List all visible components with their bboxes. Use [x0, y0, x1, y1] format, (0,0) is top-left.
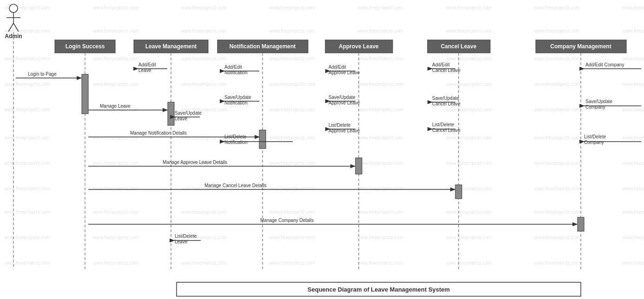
label-listdelete-leave2: Leave — [175, 239, 188, 244]
label-addedit-company: Add/Edit Company — [585, 62, 624, 67]
svg-text:www.freeprojectz.com: www.freeprojectz.com — [534, 5, 580, 10]
svg-text:www.freeprojectz.com: www.freeprojectz.com — [269, 107, 315, 112]
label-saveupdate-company: Save/Update — [585, 99, 612, 104]
label-listdelete-approve: List/Delete — [329, 123, 351, 128]
label-saveupdate-notification: Save/Update — [224, 95, 251, 100]
svg-text:www.freeprojectz.com: www.freeprojectz.com — [4, 107, 50, 112]
label-addedit-cancel2: Cancel Leave — [432, 68, 461, 73]
svg-text:www.freeprojectz.com: www.freeprojectz.com — [181, 5, 227, 10]
svg-text:www.freeproj: www.freeproj — [622, 186, 644, 191]
svg-text:www.freeprojectz.com: www.freeprojectz.com — [4, 260, 50, 266]
activation-cancel — [455, 185, 462, 199]
activation-notification — [259, 130, 266, 149]
svg-text:www.freeprojectz.com: www.freeprojectz.com — [269, 82, 315, 87]
svg-text:www.freeprojectz.com: www.freeprojectz.com — [446, 135, 492, 140]
activation-approve — [355, 158, 362, 174]
lifeline-label-leave: Leave Management — [145, 43, 197, 50]
svg-text:www.freeprojectz.com: www.freeprojectz.com — [92, 235, 138, 240]
svg-text:www.freeprojectz.com: www.freeprojectz.com — [92, 5, 138, 10]
svg-text:www.freeprojectz.com: www.freeprojectz.com — [92, 56, 138, 61]
label-listdelete-approve2: Approve Leave — [329, 128, 360, 133]
svg-text:www.freeprojectz.com: www.freeprojectz.com — [269, 260, 315, 266]
svg-text:www.freeprojectz.com: www.freeprojectz.com — [181, 209, 227, 214]
activation-leave — [168, 102, 174, 125]
svg-text:www.freeprojectz.com: www.freeprojectz.com — [357, 28, 403, 33]
label-listdelete-cancel: List/Delete — [432, 122, 454, 127]
label-saveupdate-notification2: Notification — [224, 100, 247, 105]
svg-text:www.freeprojectz.com: www.freeprojectz.com — [446, 82, 492, 87]
label-addedit-notification2: Notification — [224, 70, 247, 75]
svg-text:www.freeproj: www.freeproj — [622, 161, 644, 166]
svg-text:www.freeprojectz.com: www.freeprojectz.com — [446, 5, 492, 10]
svg-text:www.freeproj: www.freeproj — [622, 260, 644, 266]
label-manage-notification: Manage Notification Details — [130, 130, 187, 136]
label-listdelete-company2: Company — [584, 140, 604, 145]
label-addedit-notification: Add/Edit — [224, 65, 242, 70]
svg-text:www.freeprojectz.com: www.freeprojectz.com — [4, 209, 50, 214]
lifeline-label-notification: Notification Management — [230, 43, 296, 50]
diagram-svg: www.freeprojectz.com www.freeprojectz.co… — [0, 0, 644, 299]
actor-head — [9, 4, 18, 13]
svg-text:www.freeprojectz.com: www.freeprojectz.com — [269, 186, 315, 191]
svg-text:www.freeprojectz.com: www.freeprojectz.com — [269, 5, 315, 10]
svg-text:www.freeprojectz.com: www.freeprojectz.com — [269, 56, 315, 61]
svg-text:www.freeprojectz.com: www.freeprojectz.com — [534, 82, 580, 87]
svg-text:www.freeprojectz.com: www.freeprojectz.com — [4, 161, 50, 166]
svg-text:www.freeprojectz.com: www.freeprojectz.com — [446, 209, 492, 214]
svg-text:www.freeprojectz.com: www.freeprojectz.com — [357, 161, 403, 166]
svg-text:www.freeprojectz.com: www.freeprojectz.com — [181, 28, 227, 33]
svg-text:www.freeprojectz.com: www.freeprojectz.com — [534, 260, 580, 266]
svg-text:www.freeprojectz.com: www.freeprojectz.com — [534, 135, 580, 140]
label-saveupdate-cancel: Save/Update — [432, 96, 459, 101]
svg-text:www.freeproj: www.freeproj — [622, 28, 644, 33]
activation-company — [578, 217, 584, 231]
svg-text:www.freeprojectz.com: www.freeprojectz.com — [92, 28, 138, 33]
svg-text:www.freeprojectz.com: www.freeprojectz.com — [534, 235, 580, 240]
svg-text:www.freeprojectz.com: www.freeprojectz.com — [92, 161, 138, 166]
svg-text:www.freeprojectz.com: www.freeprojectz.com — [534, 161, 580, 166]
svg-text:www.freeprojectz.com: www.freeprojectz.com — [534, 107, 580, 112]
label-listdelete-leave: List/Delete — [175, 234, 197, 239]
svg-text:www.freeproj: www.freeproj — [622, 5, 644, 10]
label-manage-company: Manage Company Details — [260, 218, 314, 223]
svg-text:www.freeprojectz.com: www.freeprojectz.com — [446, 107, 492, 112]
svg-text:www.freeprojectz.com: www.freeprojectz.com — [269, 235, 315, 240]
svg-text:www.freeprojectz.com: www.freeprojectz.com — [269, 209, 315, 214]
label-saveupdate-leave: Save/Update — [175, 110, 202, 116]
svg-text:www.freeprojectz.com: www.freeprojectz.com — [357, 186, 403, 191]
svg-text:www.freeprojectz.com: www.freeprojectz.com — [357, 235, 403, 240]
label-addedit-approve2: Approve Leave — [329, 70, 360, 75]
svg-text:www.freeprojectz.com: www.freeprojectz.com — [181, 56, 227, 61]
svg-text:www.freeprojectz.com: www.freeprojectz.com — [92, 186, 138, 191]
svg-text:www.freeprojectz.com: www.freeprojectz.com — [181, 135, 227, 140]
label-listdelete-notification: List/Delete — [224, 134, 247, 139]
svg-text:www.freeproj: www.freeproj — [622, 56, 644, 61]
lifeline-label-login: Login Success — [66, 43, 105, 50]
svg-text:www.freeprojectz.com: www.freeprojectz.com — [534, 209, 580, 214]
label-manage-approve: Manage Approve Leave Details — [163, 160, 227, 165]
svg-text:www.freeproj: www.freeproj — [622, 107, 644, 112]
svg-text:www.freeprojectz.com: www.freeprojectz.com — [4, 186, 50, 191]
svg-text:www.freeprojectz.com: www.freeprojectz.com — [92, 209, 138, 214]
label-addedit-leave2: Leave — [138, 68, 151, 73]
label-listdelete-cancel2: Cancel Leave — [432, 128, 461, 133]
svg-text:www.freeproj: www.freeproj — [622, 135, 644, 140]
label-manage-leave: Manage Leave — [100, 104, 131, 109]
svg-text:www.freeprojectz.com: www.freeprojectz.com — [357, 5, 403, 10]
activation-login — [82, 74, 88, 114]
svg-text:www.freeprojectz.com: www.freeprojectz.com — [269, 135, 315, 140]
svg-text:www.freeproj: www.freeproj — [622, 209, 644, 214]
svg-text:www.freeprojectz.com: www.freeprojectz.com — [357, 135, 403, 140]
svg-text:www.freeprojectz.com: www.freeprojectz.com — [4, 56, 50, 61]
svg-text:www.freeprojectz.com: www.freeprojectz.com — [92, 82, 138, 87]
label-saveupdate-company2: Company — [585, 104, 605, 110]
svg-text:www.freeprojectz.com: www.freeprojectz.com — [446, 260, 492, 266]
label-listdelete-notification2: Notification — [224, 140, 247, 145]
lifeline-label-approve: Approve Leave — [339, 43, 379, 50]
svg-text:www.freeprojectz.com: www.freeprojectz.com — [357, 82, 403, 87]
svg-text:www.freeprojectz.com: www.freeprojectz.com — [269, 28, 315, 33]
svg-text:www.freeproj: www.freeproj — [622, 235, 644, 240]
svg-text:www.freeprojectz.com: www.freeprojectz.com — [446, 186, 492, 191]
svg-text:www.freeprojectz.com: www.freeprojectz.com — [357, 260, 403, 266]
lifeline-label-company: Company Management — [550, 43, 611, 50]
